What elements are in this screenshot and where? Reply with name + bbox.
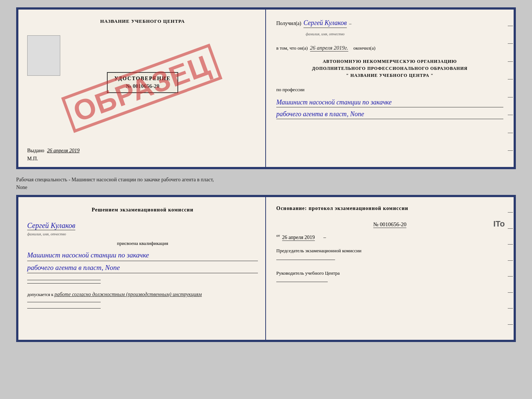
dopusk-value: работе согласно должностным (производств… bbox=[54, 292, 202, 297]
udostoverenie-number: № 0010656-20 bbox=[114, 83, 170, 89]
ot-label: от bbox=[276, 233, 280, 238]
org-line1: АВТОНОМНУЮ НЕКОММЕРЧЕСКУЮ ОРГАНИЗАЦИЮ bbox=[276, 58, 503, 65]
rukov-block: Руководитель учебного Центра bbox=[276, 270, 503, 284]
chairman-label: Председатель экзаменационной комиссии bbox=[276, 248, 362, 253]
osnov-text: Основание: протокол экзаменационной коми… bbox=[276, 204, 503, 213]
prisvoena-text: присвоена квалификация bbox=[27, 241, 258, 246]
prof-line2: рабочего агента в пласт, None bbox=[276, 110, 503, 119]
dash-right1: – bbox=[323, 235, 326, 240]
desc-line2: None bbox=[16, 185, 27, 190]
resheniem-text: Решением экзаменационной комиссии bbox=[27, 206, 258, 214]
dopusk-label: допускается к bbox=[27, 292, 53, 297]
photo-placeholder bbox=[27, 35, 60, 76]
dopuskaetsya-block: допускается к работе согласно должностны… bbox=[27, 292, 258, 298]
ito-watermark: ITo bbox=[493, 219, 505, 229]
vydano-line: Выдано 26 апреля 2019 bbox=[27, 148, 80, 154]
rukov-label: Руководитель учебного Центра bbox=[276, 270, 340, 276]
kvali-line1: Машинист насосной станции по закачке bbox=[27, 250, 258, 261]
protocol-number-block: № 0010656-20 bbox=[276, 218, 503, 228]
training-center-title-top: НАЗВАНИЕ УЧЕБНОГО ЦЕНТРА bbox=[100, 18, 185, 24]
mp-line: М.П. bbox=[27, 156, 38, 162]
fio-label-top: фамилия, имя, отчество bbox=[306, 32, 345, 36]
chairman-sig bbox=[276, 257, 503, 261]
vydano-date: 26 апреля 2019 bbox=[47, 148, 79, 153]
description-line: Рабочая специальность - Машинист насосно… bbox=[16, 176, 516, 191]
bottom-right: Основание: протокол экзаменационной коми… bbox=[266, 197, 514, 340]
bottom-right-deco bbox=[507, 197, 514, 340]
vtom-label: в том, что он(а) bbox=[276, 45, 308, 51]
poluchil-row: Получил(а) Сергей Кулаков – bbox=[276, 19, 503, 28]
poluchil-value: Сергей Кулаков bbox=[303, 19, 347, 28]
bottom-left: Решением экзаменационной комиссии Сергей… bbox=[18, 197, 266, 340]
dash1: – bbox=[349, 21, 352, 26]
org-line2: ДОПОЛНИТЕЛЬНОГО ПРОФЕССИОНАЛЬНОГО ОБРАЗО… bbox=[276, 65, 503, 72]
kvali-line2: рабочего агента в пласт, None bbox=[27, 263, 258, 274]
org-block: АВТОНОМНУЮ НЕКОММЕРЧЕСКУЮ ОРГАНИЗАЦИЮ ДО… bbox=[276, 58, 503, 79]
certificate-top: НАЗВАНИЕ УЧЕБНОГО ЦЕНТРА ОБРАЗЕЦ УДОСТОВ… bbox=[16, 7, 516, 169]
rukov-sig bbox=[276, 279, 503, 284]
right-deco-lines bbox=[507, 10, 514, 167]
udostoverenie-title: УДОСТОВЕРЕНИЕ bbox=[114, 76, 170, 82]
cert-left: НАЗВАНИЕ УЧЕБНОГО ЦЕНТРА ОБРАЗЕЦ УДОСТОВ… bbox=[18, 10, 266, 167]
desc-line1: Рабочая специальность - Машинист насосно… bbox=[16, 177, 214, 182]
prof-line1: Машинист насосной станции по закачке bbox=[276, 98, 503, 107]
okonchil-label: окончил(а) bbox=[353, 45, 375, 51]
vtom-row: в том, что он(а) 26 апреля 2019г. окончи… bbox=[276, 45, 503, 51]
chairman-block: Председатель экзаменационной комиссии bbox=[276, 247, 503, 261]
fio-label-bottom: фамилия, имя, отчество bbox=[27, 232, 66, 236]
person-value: Сергей Кулаков bbox=[27, 221, 75, 230]
signature-lines-block bbox=[27, 278, 258, 285]
cert-right: Получил(а) Сергей Кулаков – фамилия, имя… bbox=[266, 10, 514, 167]
vydano-label: Выдано bbox=[27, 148, 44, 153]
po-professii-label: по профессии bbox=[276, 87, 503, 93]
protocol-number: № 0010656-20 bbox=[373, 221, 407, 228]
person-block: Сергей Кулаков фамилия, имя, отчество bbox=[27, 219, 258, 237]
ot-date-value: 26 апреля 2019 bbox=[282, 235, 315, 241]
mp-label: М.П. bbox=[27, 156, 38, 161]
org-line3: " НАЗВАНИЕ УЧЕБНОГО ЦЕНТРА " bbox=[276, 72, 503, 79]
ot-date-block: от 26 апреля 2019 – bbox=[276, 233, 503, 241]
udostoverenie-box: УДОСТОВЕРЕНИЕ № 0010656-20 bbox=[107, 72, 178, 93]
poluchil-label: Получил(а) bbox=[276, 21, 301, 26]
certificate-bottom: Решением экзаменационной комиссии Сергей… bbox=[16, 195, 516, 342]
vtom-date: 26 апреля 2019г. bbox=[310, 45, 348, 51]
